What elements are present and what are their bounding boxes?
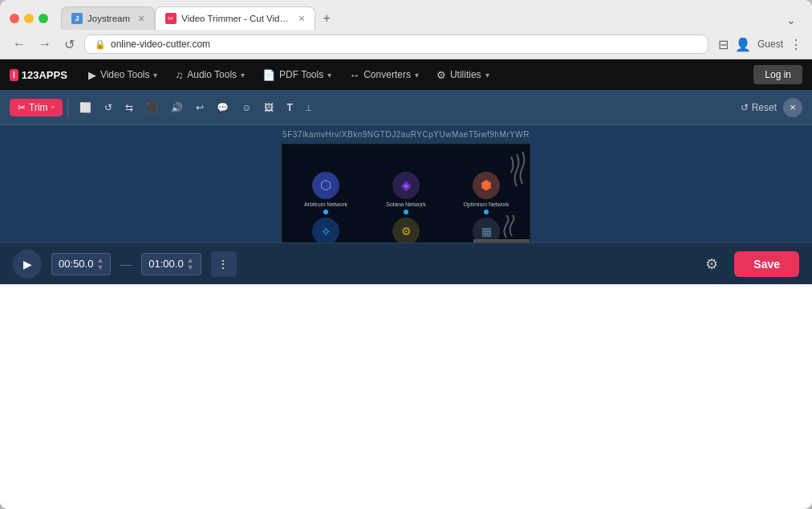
trim-button[interactable]: ✂ Trim + (10, 99, 63, 116)
nav-item-video-tools[interactable]: ▶ Video Tools ▾ (80, 59, 166, 90)
trim-icon: ✂ (18, 102, 26, 113)
start-time-down[interactable]: ▼ (96, 264, 104, 271)
end-time-value: 01:00.0 (148, 258, 183, 270)
tab-video-trimmer-label: Video Trimmer - Cut Video On... (181, 14, 290, 23)
nav-item-utilities[interactable]: ⚙ Utilities ▾ (428, 59, 497, 90)
mirror-icon: ⇆ (125, 102, 133, 113)
save-button[interactable]: Save (734, 251, 799, 277)
tab-video-trimmer-close[interactable]: × (298, 12, 305, 25)
end-time-input[interactable]: 01:00.0 ▲ ▼ (141, 253, 201, 275)
volume-tool-button[interactable]: 🔊 (164, 99, 189, 116)
menu-dots-icon: ⋮ (217, 258, 229, 271)
photo-icon: 🖼 (264, 102, 274, 113)
emoji-tool-button[interactable]: ☺ (235, 99, 258, 116)
end-time-down[interactable]: ▼ (187, 264, 194, 271)
close-icon: × (790, 101, 796, 113)
close-button[interactable]: × (783, 98, 802, 117)
end-time-stepper[interactable]: ▲ ▼ (187, 257, 194, 271)
loop-tool-button[interactable]: ↩ (189, 99, 210, 116)
traffic-lights (10, 14, 48, 23)
close-traffic-light[interactable] (10, 14, 19, 23)
nav-item-converters-label: Converters (363, 69, 411, 80)
account-label: Guest (757, 39, 783, 50)
browser-window: J Joystream × ✂ Video Trimmer - Cut Vide… (0, 0, 812, 509)
bottom-controls: ▶ 00:50.0 ▲ ▼ — 01:00.0 ▲ ▼ ⋮ (0, 242, 812, 284)
minimize-traffic-light[interactable] (24, 14, 34, 23)
nav-menu: ▶ Video Tools ▾ ♫ Audio Tools ▾ 📄 PDF To… (80, 59, 753, 90)
settings-button[interactable]: ⚙ (699, 251, 725, 277)
subtitle-icon: ⬛ (146, 102, 158, 113)
person-thumbnail (473, 239, 530, 242)
play-button[interactable]: ▶ (13, 250, 42, 279)
audio-tools-chevron: ▾ (241, 71, 245, 79)
mirror-tool-button[interactable]: ⇆ (119, 99, 140, 116)
decoration-waves-br (502, 212, 526, 239)
nav-item-audio-tools[interactable]: ♫ Audio Tools ▾ (167, 59, 253, 90)
nav-item-pdf-tools[interactable]: 📄 PDF Tools ▾ (254, 59, 339, 90)
crop-tool-button[interactable]: ⬜ (73, 99, 98, 116)
app-nav: I 123APPS ▶ Video Tools ▾ ♫ Audio Tools … (0, 59, 812, 90)
nav-item-converters[interactable]: ↔ Converters ▾ (341, 59, 427, 90)
login-button[interactable]: Log in (753, 65, 802, 84)
effects-icon: ⟂ (306, 102, 311, 113)
tab-joystream-close[interactable]: × (138, 12, 144, 25)
time-separator: — (120, 258, 132, 271)
tabs-bar: J Joystream × ✂ Video Trimmer - Cut Vide… (61, 6, 802, 30)
subtitle-tool-button[interactable]: ⬛ (140, 99, 164, 116)
volume-icon: 🔊 (171, 102, 183, 113)
browser-chrome: J Joystream × ✂ Video Trimmer - Cut Vide… (0, 0, 812, 59)
reset-label: Reset (752, 102, 777, 113)
converters-chevron: ▾ (415, 71, 419, 79)
logo-box: I (10, 69, 18, 81)
back-button[interactable]: ← (10, 35, 29, 53)
address-bar-row: ← → ↺ 🔒 online-video-cutter.com ⊟ 👤 Gues… (0, 30, 812, 59)
text-tool-button[interactable]: T (280, 99, 298, 116)
pdf-tools-chevron: ▾ (327, 71, 331, 79)
address-bar[interactable]: 🔒 online-video-cutter.com (84, 35, 708, 54)
rotate-tool-button[interactable]: ↺ (98, 99, 119, 116)
nav-item-audio-tools-label: Audio Tools (187, 69, 237, 80)
photo-tool-button[interactable]: 🖼 (258, 99, 280, 116)
speech-tool-button[interactable]: 💬 (210, 99, 235, 116)
tab-joystream-favicon: J (71, 13, 83, 24)
speech-icon: 💬 (217, 102, 229, 113)
app-logo: I 123APPS (10, 69, 67, 81)
maximize-traffic-light[interactable] (39, 14, 48, 23)
trim-plus: + (51, 104, 55, 111)
start-time-input[interactable]: 00:50.0 ▲ ▼ (51, 253, 111, 275)
tab-joystream[interactable]: J Joystream × (61, 6, 155, 30)
video-preview: ⬡ Arbitrum Network ◈ Solana Network (282, 144, 530, 242)
lock-icon: 🔒 (95, 39, 106, 50)
page-content (0, 284, 812, 509)
title-bar: J Joystream × ✂ Video Trimmer - Cut Vide… (0, 0, 812, 30)
video-icon-arbitrum: ⬡ Arbitrum Network (287, 172, 364, 214)
reload-button[interactable]: ↺ (61, 35, 78, 54)
reset-button[interactable]: ↺ Reset (734, 99, 783, 116)
video-icon-hyperliquid: ⟡ Hyperliquid (287, 218, 364, 243)
menu-dots-button[interactable]: ⋮ (211, 251, 237, 277)
tab-overflow-button[interactable]: ⌄ (780, 10, 802, 30)
browser-actions: ⊟ 👤 Guest ⋮ (718, 37, 802, 52)
more-icon[interactable]: ⋮ (790, 37, 802, 52)
tab-joystream-label: Joystream (87, 14, 130, 23)
play-icon: ▶ (23, 258, 32, 271)
account-icon[interactable]: 👤 (735, 37, 751, 52)
video-icon-solana: ◈ Solana Network (367, 172, 445, 214)
video-tools-chevron: ▾ (153, 71, 157, 79)
main-area: 5F37ikamvHrv/XBkn9NGTDJ2auRYCpYUwMaeT5iw… (0, 125, 812, 242)
converters-icon: ↔ (349, 69, 359, 81)
new-tab-button[interactable]: + (315, 7, 338, 30)
crop-icon: ⬜ (79, 102, 91, 113)
forward-button[interactable]: → (35, 35, 55, 53)
emoji-icon: ☺ (242, 102, 251, 113)
video-tools-icon: ▶ (88, 69, 96, 81)
reset-icon: ↺ (741, 102, 749, 113)
app-logo-text: 123APPS (22, 69, 67, 81)
start-time-stepper[interactable]: ▲ ▼ (96, 257, 104, 271)
tab-video-trimmer[interactable]: ✂ Video Trimmer - Cut Video On... × (155, 6, 315, 30)
cast-icon[interactable]: ⊟ (718, 37, 729, 52)
app-content: I 123APPS ▶ Video Tools ▾ ♫ Audio Tools … (0, 59, 812, 284)
pdf-tools-icon: 📄 (262, 69, 275, 81)
trim-label: Trim (29, 102, 48, 113)
effects-tool-button[interactable]: ⟂ (299, 99, 318, 116)
